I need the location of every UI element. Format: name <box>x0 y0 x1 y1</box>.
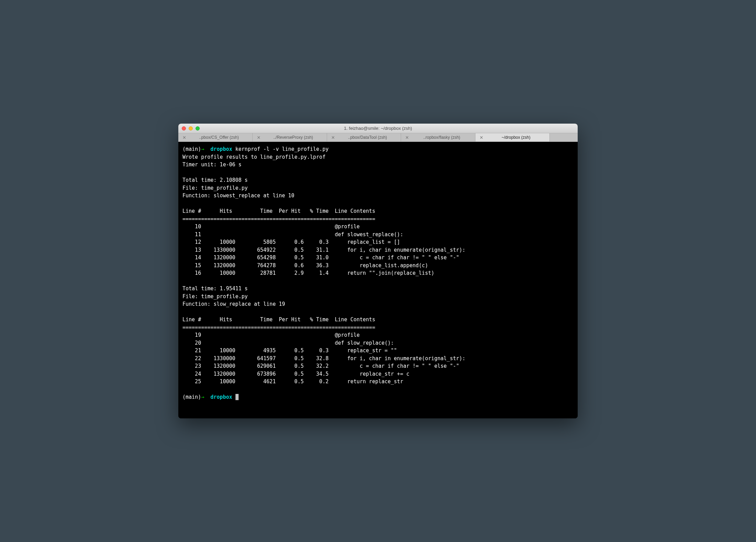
close-icon[interactable]: ✕ <box>182 135 186 140</box>
prompt-dir: dropbox <box>210 394 232 400</box>
command-text: kernprof -l -v line_profile.py <box>235 146 329 152</box>
tab-label: ~/dropbox (zsh) <box>487 135 545 140</box>
close-icon[interactable]: ✕ <box>331 135 335 140</box>
close-window-icon[interactable] <box>182 126 186 131</box>
minimize-window-icon[interactable] <box>189 126 193 131</box>
tab-label: ..pbox/DataTool (zsh) <box>338 135 397 140</box>
prompt-dir: dropbox <box>210 146 232 152</box>
prompt-arrow-icon: → <box>201 146 204 152</box>
tab-1[interactable]: ✕../ReverseProxy (zsh) <box>253 133 327 142</box>
close-icon[interactable]: ✕ <box>405 135 409 140</box>
prompt-arrow-icon: → <box>201 394 204 400</box>
tab-3[interactable]: ✕..ropbox/flasky (zsh) <box>401 133 475 142</box>
terminal-body[interactable]: (main)→ dropbox kernprof -l -v line_prof… <box>178 142 578 418</box>
cursor-icon <box>235 394 239 400</box>
tab-0[interactable]: ✕..pbox/CS_Offer (zsh) <box>178 133 253 142</box>
close-icon[interactable]: ✕ <box>480 135 483 140</box>
terminal-window: 1. feizhao@smile: ~/dropbox (zsh) ✕..pbo… <box>178 124 578 418</box>
tab-2[interactable]: ✕..pbox/DataTool (zsh) <box>327 133 401 142</box>
window-title: 1. feizhao@smile: ~/dropbox (zsh) <box>344 126 412 131</box>
prompt-branch: (main) <box>182 394 201 400</box>
tab-label: ../ReverseProxy (zsh) <box>264 135 323 140</box>
maximize-window-icon[interactable] <box>196 126 200 131</box>
tab-label: ..pbox/CS_Offer (zsh) <box>190 135 248 140</box>
new-tab-button[interactable] <box>550 133 578 142</box>
prompt-branch: (main) <box>182 146 201 152</box>
titlebar[interactable]: 1. feizhao@smile: ~/dropbox (zsh) <box>178 124 578 133</box>
tab-bar: ✕..pbox/CS_Offer (zsh)✕../ReverseProxy (… <box>178 133 578 142</box>
tab-4[interactable]: ✕~/dropbox (zsh) <box>475 133 550 142</box>
traffic-lights <box>182 126 200 131</box>
tab-label: ..ropbox/flasky (zsh) <box>412 135 471 140</box>
close-icon[interactable]: ✕ <box>257 135 261 140</box>
